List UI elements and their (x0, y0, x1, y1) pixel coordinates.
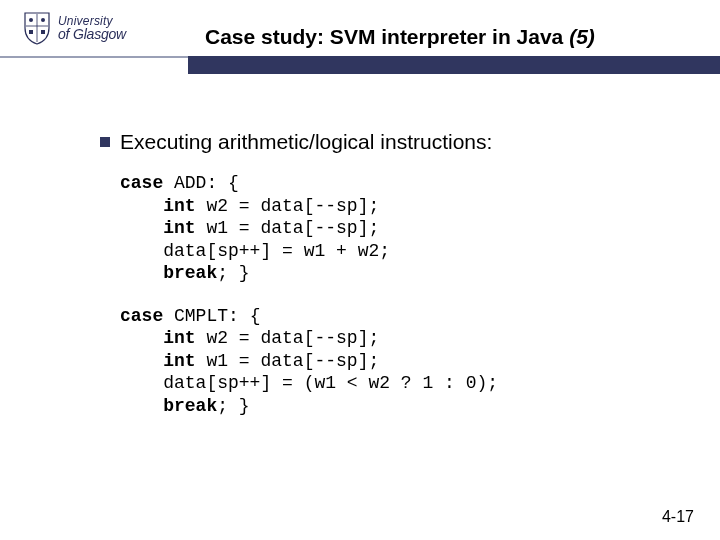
code-line: ; } (217, 396, 249, 416)
svg-rect-5 (41, 30, 45, 34)
code-block-add: case ADD: { int w2 = data[--sp]; int w1 … (120, 172, 660, 285)
code-line: w2 = data[--sp]; (196, 196, 380, 216)
code-line: data[sp++] = (w1 < w2 ? 1 : 0); (120, 373, 498, 393)
code-block-cmplt: case CMPLT: { int w2 = data[--sp]; int w… (120, 305, 660, 418)
title-underline (0, 56, 720, 80)
kw-case: case (120, 173, 163, 193)
kw-break: break (163, 396, 217, 416)
case-label: ADD: { (163, 173, 239, 193)
kw-break: break (163, 263, 217, 283)
kw-int: int (163, 351, 195, 371)
svg-point-3 (41, 18, 45, 22)
logo-text: University of Glasgow (58, 15, 126, 41)
code-line: w1 = data[--sp]; (196, 218, 380, 238)
logo-line2: of Glasgow (58, 27, 126, 41)
slide-header: University of Glasgow Case study: SVM in… (0, 0, 720, 86)
kw-int: int (163, 328, 195, 348)
case-label: CMPLT: { (163, 306, 260, 326)
kw-int: int (163, 196, 195, 216)
code-line: w1 = data[--sp]; (196, 351, 380, 371)
svg-point-2 (29, 18, 33, 22)
square-bullet-icon (100, 137, 110, 147)
kw-case: case (120, 306, 163, 326)
code-line: data[sp++] = w1 + w2; (120, 241, 390, 261)
title-number: (5) (569, 25, 595, 48)
svg-rect-4 (29, 30, 33, 34)
title-main: Case study: SVM interpreter in Java (205, 25, 569, 48)
crest-icon (22, 10, 52, 46)
slide-body: Executing arithmetic/logical instruction… (100, 130, 660, 437)
bullet-item: Executing arithmetic/logical instruction… (100, 130, 660, 154)
rule-thick (188, 56, 720, 74)
slide-number: 4-17 (662, 508, 694, 526)
slide-title: Case study: SVM interpreter in Java (5) (205, 25, 595, 49)
bullet-text: Executing arithmetic/logical instruction… (120, 130, 492, 154)
kw-int: int (163, 218, 195, 238)
code-line: ; } (217, 263, 249, 283)
code-line: w2 = data[--sp]; (196, 328, 380, 348)
university-logo: University of Glasgow (22, 10, 126, 46)
